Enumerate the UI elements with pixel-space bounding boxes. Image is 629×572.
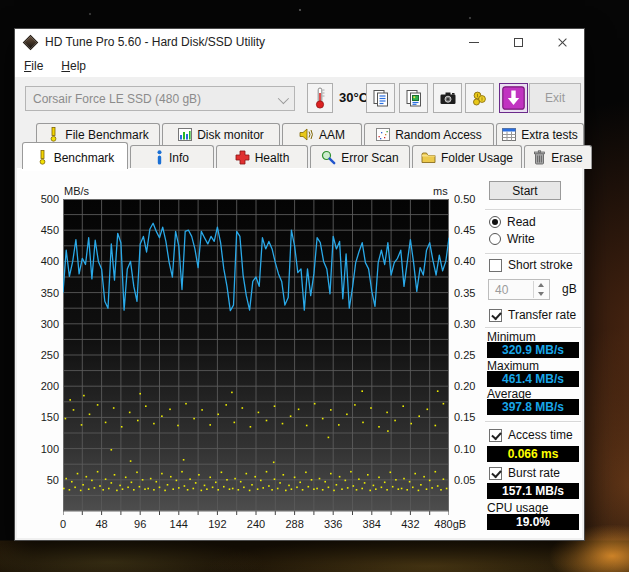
benchmark-icon xyxy=(47,127,60,142)
burst-rate-row[interactable]: Burst rate xyxy=(489,466,560,480)
tab-label: AAM xyxy=(319,128,345,142)
spinner-down-button[interactable] xyxy=(534,290,548,299)
y-left-tick: 200 xyxy=(29,380,59,392)
start-button[interactable]: Start xyxy=(489,181,561,200)
separator xyxy=(485,421,581,422)
tab-label: Folder Usage xyxy=(441,151,513,165)
arrow-down-icon xyxy=(538,292,544,296)
minimize-button[interactable] xyxy=(452,29,496,55)
y-right-tick: 0.45 xyxy=(454,224,475,236)
transfer-rate-checkbox[interactable] xyxy=(489,309,502,322)
disk-monitor-icon xyxy=(178,128,192,141)
separator xyxy=(485,209,581,210)
y-left-tick: 50 xyxy=(29,474,59,486)
tab-label: Health xyxy=(255,151,290,165)
write-radio-row[interactable]: Write xyxy=(489,232,535,246)
right-axis-title: ms xyxy=(433,185,448,197)
spinner-up-button[interactable] xyxy=(534,281,548,290)
app-window: HD Tune Pro 5.60 - Hard Disk/SSD Utility… xyxy=(14,28,585,541)
tab-extra-tests[interactable]: Extra tests xyxy=(496,123,584,145)
info-icon xyxy=(155,150,164,165)
y-right-tick: 0.15 xyxy=(454,411,475,423)
donate-button[interactable] xyxy=(465,83,494,113)
exit-button[interactable]: Exit xyxy=(529,83,581,113)
tab-erase[interactable]: Erase xyxy=(524,145,592,169)
burst-rate-label: Burst rate xyxy=(508,466,560,480)
tab-disk-monitor[interactable]: Disk monitor xyxy=(162,123,280,145)
window-title: HD Tune Pro 5.60 - Hard Disk/SSD Utility xyxy=(45,35,452,49)
minimum-value: 320.9 MB/s xyxy=(487,342,579,358)
menu-file[interactable]: File xyxy=(15,57,52,75)
extra-tests-icon xyxy=(502,128,516,141)
transfer-rate-row[interactable]: Transfer rate xyxy=(489,308,576,322)
tab-folder-usage[interactable]: Folder Usage xyxy=(412,145,522,169)
tab-benchmark[interactable]: Benchmark xyxy=(22,142,128,169)
tab-health[interactable]: Health xyxy=(216,145,308,169)
x-tick: 240 xyxy=(247,518,265,530)
maximum-value: 461.4 MB/s xyxy=(487,371,579,387)
tab-error-scan[interactable]: Error Scan xyxy=(310,145,410,169)
tab-label: Extra tests xyxy=(521,128,578,142)
write-label: Write xyxy=(507,232,535,246)
y-right-tick: 0.05 xyxy=(454,474,475,486)
tab-aam[interactable]: AAM xyxy=(282,123,362,145)
x-tick: 432 xyxy=(401,518,419,530)
short-stroke-checkbox[interactable] xyxy=(489,259,502,272)
copy-report-button[interactable] xyxy=(399,83,428,113)
close-icon xyxy=(557,37,568,48)
write-radio[interactable] xyxy=(489,233,501,245)
x-tick: 48 xyxy=(95,518,107,530)
access-time-value: 0.066 ms xyxy=(487,446,579,462)
short-stroke-size-spinner[interactable]: 40 xyxy=(488,279,550,300)
menu-bar: FileHelp xyxy=(15,55,584,78)
y-left-tick: 250 xyxy=(29,349,59,361)
y-right-tick: 0.25 xyxy=(454,349,475,361)
tab-random-access[interactable]: Random Access xyxy=(364,123,494,145)
y-left-tick: 500 xyxy=(29,193,59,205)
y-right-tick: 0.50 xyxy=(454,193,475,205)
download-button[interactable] xyxy=(499,83,528,113)
x-tick: 0 xyxy=(60,518,66,530)
y-left-tick: 100 xyxy=(29,443,59,455)
menu-help[interactable]: Help xyxy=(52,57,95,75)
temperature-value: 30°C xyxy=(339,90,368,105)
copy-text-button[interactable] xyxy=(366,83,395,113)
thermometer-icon xyxy=(313,86,327,110)
left-axis-title: MB/s xyxy=(64,185,89,197)
maximize-button[interactable] xyxy=(496,29,540,55)
access-time-checkbox[interactable] xyxy=(489,429,502,442)
y-left-tick: 450 xyxy=(29,224,59,236)
read-radio-row[interactable]: Read xyxy=(489,215,536,229)
burst-rate-checkbox[interactable] xyxy=(489,467,502,480)
separator xyxy=(485,253,581,254)
access-time-label: Access time xyxy=(508,428,573,442)
short-stroke-row[interactable]: Short stroke xyxy=(489,258,573,272)
short-stroke-label: Short stroke xyxy=(508,258,573,272)
short-stroke-size-value: 40 xyxy=(495,283,508,297)
maximize-icon xyxy=(514,38,523,47)
tab-label: Random Access xyxy=(395,128,482,142)
x-tick: 144 xyxy=(170,518,188,530)
y-right-tick: 0.35 xyxy=(454,287,475,299)
drive-select-value: Corsair Force LE SSD (480 gB) xyxy=(33,92,201,106)
health-icon xyxy=(235,150,250,165)
toolbar: Corsair Force LE SSD (480 gB) 30°C Exit xyxy=(15,77,584,121)
tab-info[interactable]: Info xyxy=(130,145,214,169)
x-tick: 480gB xyxy=(434,518,466,530)
close-button[interactable] xyxy=(540,29,584,55)
burst-rate-value: 157.1 MB/s xyxy=(487,483,579,499)
app-icon xyxy=(24,36,37,49)
benchmark-chart xyxy=(63,199,449,516)
tab-label: Erase xyxy=(551,151,582,165)
y-right-tick: 0.30 xyxy=(454,318,475,330)
minimize-icon xyxy=(469,42,479,43)
read-radio[interactable] xyxy=(489,216,501,228)
donate-icon xyxy=(471,90,488,107)
cpu-usage-value: 19.0% xyxy=(487,514,579,530)
screenshot-button[interactable] xyxy=(433,83,462,113)
access-time-row[interactable]: Access time xyxy=(489,428,573,442)
average-value: 397.8 MB/s xyxy=(487,399,579,415)
temperature-button[interactable] xyxy=(307,83,333,113)
y-left-tick: 400 xyxy=(29,255,59,267)
drive-select-dropdown[interactable]: Corsair Force LE SSD (480 gB) xyxy=(25,86,295,111)
